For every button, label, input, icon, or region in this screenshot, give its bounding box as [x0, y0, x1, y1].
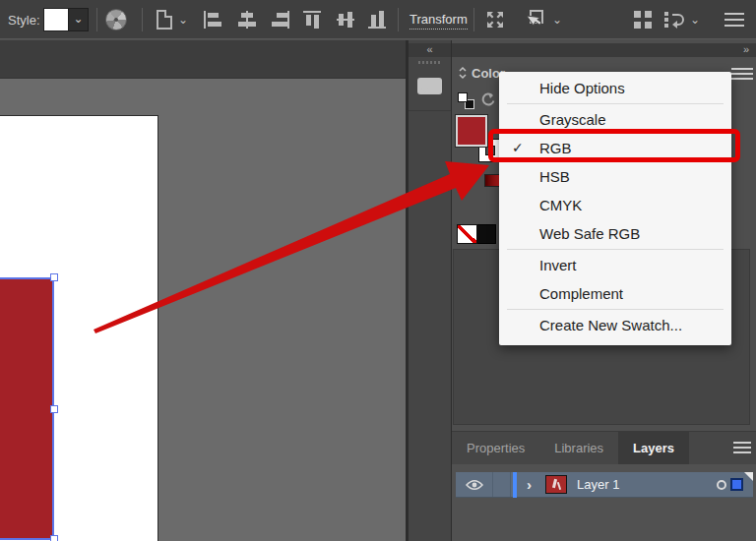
align-vertical-middle-icon[interactable] [336, 10, 357, 30]
control-bar-menu-icon[interactable] [724, 13, 744, 27]
control-bar: Style: ⌄ ⌄ Transform [0, 0, 756, 39]
illustrator-workspace: Style: ⌄ ⌄ Transform [0, 0, 756, 541]
annotation-highlight-box [488, 129, 740, 162]
expand-layer-chevron-icon[interactable]: › [527, 476, 532, 493]
layer-name[interactable]: Layer 1 [577, 477, 717, 492]
chevron-down-icon[interactable]: ⌄ [69, 8, 89, 31]
panel-collapse-icon[interactable] [458, 66, 468, 80]
transform-link[interactable]: Transform [410, 12, 468, 30]
menu-separator [507, 249, 724, 250]
target-circle-icon[interactable] [717, 480, 726, 490]
chevron-down-icon[interactable]: ⌄ [178, 13, 188, 27]
tab-properties[interactable]: Properties [452, 432, 539, 464]
layer-row[interactable]: › Layer 1 [456, 472, 753, 498]
canvas[interactable] [0, 40, 406, 541]
collapse-dock-button[interactable]: « [409, 43, 451, 57]
selected-red-rectangle[interactable] [0, 277, 54, 540]
snap-grid-icon[interactable] [634, 11, 652, 29]
align-left-icon[interactable] [203, 10, 224, 30]
style-label: Style: [8, 13, 40, 28]
toolbar-separator [142, 8, 143, 31]
lock-cell[interactable] [493, 472, 511, 497]
revert-arrow-icon[interactable] [479, 92, 495, 106]
style-swatch[interactable] [43, 8, 69, 31]
toolbar-separator [473, 8, 474, 31]
color-panel-menu-button[interactable] [731, 63, 753, 85]
menu-item-hide-options[interactable]: Hide Options [499, 74, 731, 102]
panel-tab-bar: Properties Libraries Layers [452, 431, 756, 464]
selection-handle[interactable] [50, 535, 58, 541]
fit-to-selection-icon[interactable] [484, 9, 506, 30]
eye-icon [466, 479, 483, 491]
comments-panel-button[interactable] [409, 66, 451, 111]
black-color-swatch[interactable] [477, 224, 496, 244]
color-panel-flyout-menu: Hide Options Grayscale ✓ RGB HSB CMYK We… [499, 72, 731, 345]
style-picker[interactable]: ⌄ [43, 8, 89, 31]
menu-separator [507, 309, 724, 310]
none-color-swatch[interactable] [457, 224, 477, 244]
fill-color-swatch[interactable] [456, 115, 487, 147]
arrange-wrap-icon[interactable] [663, 11, 685, 29]
expand-dock-button[interactable]: » [452, 43, 756, 57]
selection-indicator-square[interactable] [730, 478, 743, 491]
layer-corner-marker [744, 472, 753, 481]
align-bottom-icon[interactable] [367, 10, 389, 30]
selection-handle[interactable] [50, 273, 58, 281]
selection-handle[interactable] [50, 405, 58, 413]
chevron-down-icon[interactable]: ⌄ [552, 13, 562, 27]
align-right-icon[interactable] [269, 10, 290, 30]
menu-separator [507, 103, 724, 104]
layer-thumbnail[interactable] [545, 475, 567, 494]
icon-dock: « [409, 40, 451, 541]
chevron-down-icon[interactable]: ⌄ [690, 13, 700, 27]
visibility-cell[interactable] [456, 472, 493, 497]
layers-panel-body: › Layer 1 [452, 464, 756, 541]
document-setup-icon[interactable] [157, 10, 172, 30]
color-wheel-icon[interactable] [105, 9, 127, 30]
toolbar-separator [398, 8, 399, 31]
layers-panel-menu-button[interactable] [733, 442, 751, 453]
comment-bubble-icon [417, 78, 442, 94]
menu-item-create-new-swatch[interactable]: Create New Swatch... [499, 311, 731, 339]
menu-item-web-safe-rgb[interactable]: Web Safe RGB [499, 219, 731, 248]
layer-color-bar [513, 472, 517, 498]
select-similar-icon[interactable] [522, 9, 547, 30]
tab-libraries[interactable]: Libraries [539, 432, 618, 464]
menu-item-invert[interactable]: Invert [499, 251, 731, 279]
dock-grip[interactable] [418, 61, 441, 64]
align-horizontal-center-icon[interactable] [236, 10, 258, 30]
align-top-icon[interactable] [302, 10, 324, 30]
tab-layers[interactable]: Layers [618, 432, 689, 464]
fill-stroke-mini-icon[interactable] [458, 92, 474, 109]
toolbar-separator [96, 8, 97, 31]
document-tab-strip [0, 40, 406, 79]
menu-item-cmyk[interactable]: CMYK [499, 191, 731, 219]
menu-item-hsb[interactable]: HSB [499, 162, 731, 191]
menu-item-complement[interactable]: Complement [499, 279, 731, 308]
